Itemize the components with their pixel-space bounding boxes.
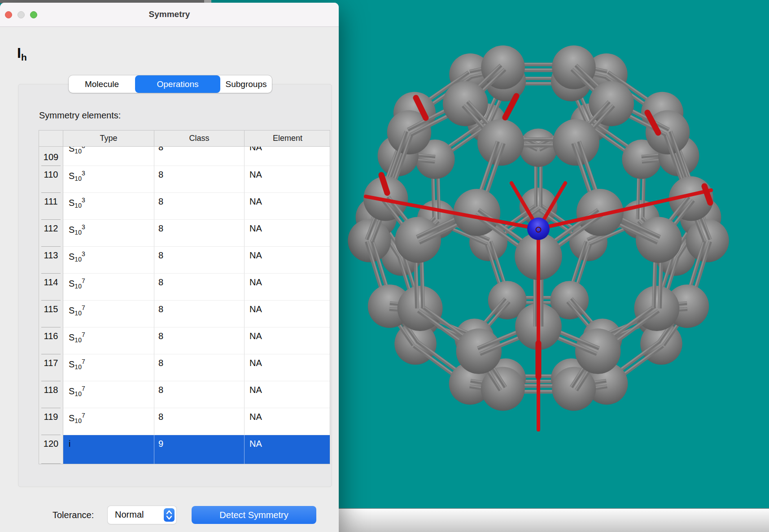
table-row-115[interactable]: 115S1078NA	[39, 301, 330, 327]
cell-element[interactable]: NA	[245, 166, 330, 193]
symmetry-elements-label: Symmetry elements:	[39, 110, 121, 121]
cell-element[interactable]: NA	[245, 193, 330, 220]
table-row-120[interactable]: 120i9NA	[39, 435, 330, 464]
app-status-bar	[339, 508, 769, 532]
row-number: 115	[39, 301, 63, 327]
cell-element[interactable]: NA	[245, 354, 330, 381]
header-element[interactable]: Element	[245, 131, 330, 146]
cell-element[interactable]: NA	[245, 381, 330, 408]
point-group-base: I	[17, 45, 21, 61]
row-number-divider	[41, 463, 61, 464]
cell-class[interactable]: 8	[154, 193, 245, 220]
cell-type[interactable]: i	[63, 435, 154, 464]
cell-element[interactable]: NA	[245, 301, 330, 327]
table-row-117[interactable]: 117S1078NA	[39, 354, 330, 381]
cell-type[interactable]: S103	[63, 147, 154, 166]
table-row-109[interactable]: 109S1038NA	[39, 147, 330, 166]
dialog-title: Symmetry	[0, 3, 339, 27]
cell-type[interactable]: S107	[63, 327, 154, 354]
cell-type[interactable]: S103	[63, 166, 154, 193]
cell-element[interactable]: NA	[245, 220, 330, 247]
symmetry-elements-table: Type Class Element 109S1038NA110S1038NA1…	[39, 130, 330, 464]
table-row-119[interactable]: 119S1078NA	[39, 408, 330, 435]
cell-class[interactable]: 8	[154, 220, 245, 247]
tolerance-label: Tolerance:	[52, 510, 94, 520]
cell-element[interactable]: NA	[245, 408, 330, 435]
table-row-116[interactable]: 116S1078NA	[39, 327, 330, 354]
screen: Symmetry Ih Molecule Operations Subgroup…	[0, 0, 769, 532]
fullerene-rendering	[339, 0, 769, 508]
table-row-113[interactable]: 113S1038NA	[39, 247, 330, 274]
cell-element[interactable]: NA	[245, 327, 330, 354]
table-row-118[interactable]: 118S1078NA	[39, 381, 330, 408]
header-row-number[interactable]	[39, 131, 63, 146]
row-number: 118	[39, 381, 63, 408]
row-number: 109	[39, 147, 63, 166]
header-class[interactable]: Class	[154, 131, 245, 146]
cell-class[interactable]: 8	[154, 166, 245, 193]
cell-type[interactable]: S107	[63, 301, 154, 327]
cell-class[interactable]: 8	[154, 147, 245, 166]
cell-class[interactable]: 8	[154, 247, 245, 274]
row-number: 116	[39, 327, 63, 354]
row-number: 110	[39, 166, 63, 193]
row-number: 111	[39, 193, 63, 220]
tab-operations[interactable]: Operations	[135, 75, 220, 93]
row-number: 119	[39, 408, 63, 435]
table-row-114[interactable]: 114S1078NA	[39, 274, 330, 301]
cell-type[interactable]: S103	[63, 193, 154, 220]
chevron-up-down-icon	[164, 508, 175, 522]
cell-class[interactable]: 8	[154, 327, 245, 354]
cell-type[interactable]: S107	[63, 354, 154, 381]
cell-type[interactable]: S103	[63, 247, 154, 274]
cell-class[interactable]: 8	[154, 381, 245, 408]
table-row-110[interactable]: 110S1038NA	[39, 166, 330, 193]
table-header-row: Type Class Element	[39, 131, 330, 147]
cell-class[interactable]: 8	[154, 408, 245, 435]
cell-class[interactable]: 8	[154, 274, 245, 301]
cell-class[interactable]: 8	[154, 354, 245, 381]
dialog-titlebar[interactable]: Symmetry	[0, 3, 339, 27]
tab-bar: Molecule Operations Subgroups	[69, 75, 272, 93]
cell-type[interactable]: S107	[63, 408, 154, 435]
cell-class[interactable]: 8	[154, 301, 245, 327]
row-number: 112	[39, 220, 63, 247]
table-body: 109S1038NA110S1038NA111S1038NA112S1038NA…	[39, 147, 330, 464]
molecule-3d-viewport[interactable]	[339, 0, 769, 508]
row-number: 114	[39, 274, 63, 301]
point-group-subscript: h	[21, 52, 27, 62]
cell-type[interactable]: S107	[63, 381, 154, 408]
cell-class[interactable]: 9	[154, 435, 245, 464]
row-number: 113	[39, 247, 63, 274]
point-group-label: Ih	[17, 45, 27, 63]
tab-subgroups[interactable]: Subgroups	[220, 75, 272, 93]
table-row-112[interactable]: 112S1038NA	[39, 220, 330, 247]
row-number: 117	[39, 354, 63, 381]
cell-element[interactable]: NA	[245, 147, 330, 166]
table-row-111[interactable]: 111S1038NA	[39, 193, 330, 220]
cell-element[interactable]: NA	[245, 435, 330, 464]
tab-molecule[interactable]: Molecule	[69, 75, 135, 93]
cell-type[interactable]: S107	[63, 274, 154, 301]
header-type[interactable]: Type	[63, 131, 154, 146]
tolerance-dropdown[interactable]: Normal	[108, 506, 176, 524]
detect-symmetry-button[interactable]: Detect Symmetry	[192, 506, 316, 524]
cell-element[interactable]: NA	[245, 274, 330, 301]
cell-type[interactable]: S103	[63, 220, 154, 247]
tolerance-value: Normal	[115, 506, 144, 524]
symmetry-dialog: Symmetry Ih Molecule Operations Subgroup…	[0, 3, 339, 532]
cell-element[interactable]: NA	[245, 247, 330, 274]
row-number: 120	[39, 435, 63, 464]
